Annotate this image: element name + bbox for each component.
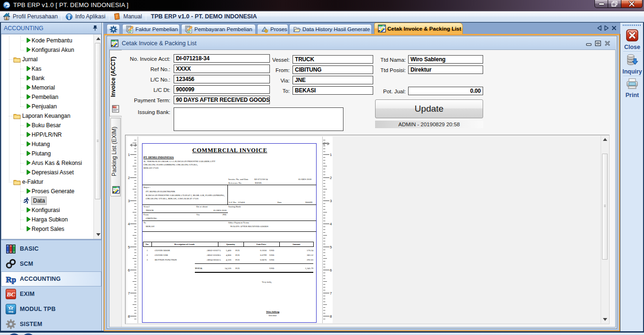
menu-manual[interactable]: Manual (110, 11, 144, 22)
tree-item-bank[interactable]: Bank (1, 74, 93, 83)
module-button-sistem[interactable]: SISTEM (1, 317, 101, 332)
tree-item-arus-kas-rekonsi[interactable]: Arus Kas & Rekonsi (1, 158, 93, 168)
tree-item-label: Pembelian (32, 94, 59, 100)
tab-cetak-invoice-packing-list[interactable]: Cetak Invoice & Packing List (374, 23, 463, 34)
print-preview: 12345678 COMMERCIAL INVOICEPT. DEMO INDO… (125, 135, 610, 324)
printer-icon (626, 78, 638, 90)
tree-item-harga-subkon[interactable]: Harga Subkon (1, 215, 93, 224)
folder-icon (13, 112, 21, 120)
ttd-posisi-input[interactable]: Direktur (408, 65, 483, 74)
tab-scroll-left-icon[interactable] (597, 25, 602, 31)
tab-data-history-hasil-generate[interactable]: Data History Hasil Generate (289, 24, 372, 34)
tree-item-kode-pembantu[interactable]: Kode Pembantu (1, 36, 93, 45)
tree-item-hpp-lr-nr[interactable]: HPP/LR/NR (1, 130, 93, 139)
sidebar-title: ACCOUNTING (4, 25, 43, 32)
margin-handle-icon[interactable] (322, 141, 330, 146)
minimize-button[interactable] (594, 0, 608, 8)
doc-cell-qty: 5,400 (217, 249, 231, 252)
payment-term-input[interactable]: 90 DAYS AFTER RECEIVED GOODS (174, 96, 270, 104)
scroll-up-button[interactable] (94, 35, 101, 42)
doc-opt-label: Other Payment Terms (228, 221, 249, 224)
tree-item-konfigurasi[interactable]: Konfigurasi (1, 205, 93, 215)
pin-icon[interactable] (92, 25, 98, 31)
tree-item-hutang[interactable]: Hutang (1, 139, 93, 149)
maximize-button[interactable] (608, 0, 621, 8)
navigation-tree: Kode PembantuKonfigurasi AkunJurnalKasBa… (1, 34, 101, 239)
via-input[interactable]: JNE (293, 76, 373, 84)
menu-profil-perusahaan[interactable]: Profil Perusahaan (0, 11, 60, 22)
svg-text:4: 4 (330, 222, 332, 226)
module-button-scm[interactable]: SCM (1, 256, 101, 271)
tree-item-label: Buku Besar (32, 122, 61, 129)
pot-jual-input[interactable]: 0.00 (408, 87, 483, 95)
tab-scroll-right-icon[interactable] (604, 25, 609, 31)
scroll-down-button[interactable] (601, 316, 609, 323)
tree-item-buku-besar[interactable]: Buku Besar (1, 121, 93, 130)
inquiry-action-button[interactable]: Inquiry (621, 54, 644, 75)
tree-scrollbar[interactable] (93, 34, 101, 239)
tree-item-penjualan[interactable]: Penjualan (1, 102, 93, 111)
taskbar-app-icon[interactable] (8, 333, 45, 335)
module-button-exim[interactable]: EXIM (1, 286, 101, 302)
bc-icon (6, 289, 16, 299)
child-maximize-icon[interactable] (595, 41, 601, 46)
house-icon (3, 13, 10, 20)
tree-item-depresiasi-asset[interactable]: Depresiasi Asset (1, 168, 93, 177)
scroll-down-button[interactable] (94, 231, 101, 238)
svg-text:1: 1 (128, 153, 130, 157)
module-button-basic[interactable]: BASIC (1, 241, 101, 256)
rupiah-icon (6, 274, 16, 284)
tree-item-kas[interactable]: Kas (1, 64, 93, 74)
tree-item-laporan-keuangan[interactable]: Laporan Keuangan (1, 111, 93, 121)
tree-item-label: Kas (32, 65, 42, 72)
tree-item-konfigurasi-akun[interactable]: Konfigurasi Akun (1, 45, 93, 55)
tree-item-pembelian[interactable]: Pembelian (1, 92, 93, 102)
doc-rule (227, 185, 228, 204)
module-button-accounting[interactable]: ACCOUNTING (1, 271, 101, 286)
doc-title: COMMERCIAL INVOICE (142, 147, 317, 154)
action-label: Print (621, 92, 644, 98)
restore-icon (611, 1, 618, 7)
menu-separator (146, 13, 146, 20)
close-button[interactable] (621, 0, 643, 8)
child-minimize-icon[interactable] (586, 41, 592, 46)
close-action-button[interactable]: Close (621, 29, 644, 50)
doc-buyer-label: Buyer : (143, 186, 151, 189)
scroll-thumb[interactable] (602, 154, 608, 260)
green-arrow-icon (25, 84, 32, 91)
ttd-nama-input[interactable]: Wiro Sableng (408, 55, 483, 64)
tree-item-report-sales[interactable]: Report Sales (1, 224, 93, 234)
tree-item-data[interactable]: Data (1, 196, 93, 205)
gear-icon (6, 319, 16, 329)
payment-term-label: Payment Term: (109, 98, 170, 103)
panel-drag-handle[interactable] (623, 25, 642, 26)
menu-info-aplikasi[interactable]: Info Aplikasi (63, 11, 108, 22)
panel-separator (623, 76, 641, 76)
margin-handle-icon[interactable] (130, 143, 137, 147)
tree-item-proses-generate[interactable]: Proses Generate (1, 187, 93, 196)
print-action-button[interactable]: Print (621, 78, 644, 98)
report-icon (378, 25, 386, 33)
panel-separator (623, 51, 641, 52)
preview-scrollbar[interactable] (601, 136, 609, 323)
tpb-icon (6, 304, 16, 314)
scroll-up-button[interactable] (601, 136, 609, 143)
tab-faktur-pembelian[interactable]: Faktur Pembelian (122, 24, 180, 34)
tab-settings[interactable] (107, 24, 120, 34)
tab-close-icon[interactable] (611, 25, 617, 31)
svg-text:6: 6 (330, 268, 332, 272)
tree-item-memorial[interactable]: Memorial (1, 83, 93, 92)
tree-item-e-faktur[interactable]: e-Faktur (1, 177, 93, 187)
vtab-packing-list-exim[interactable]: Packing List (EXIM) (110, 118, 121, 196)
tree-item-jurnal[interactable]: Jurnal (1, 55, 93, 64)
update-button[interactable]: Update (375, 99, 483, 118)
issuing-bank-input[interactable] (174, 107, 343, 131)
tab-proses[interactable]: Proses (257, 24, 288, 34)
child-close-icon[interactable] (604, 41, 611, 46)
scroll-thumb[interactable] (95, 43, 100, 199)
tree-item-piutang[interactable]: Piutang (1, 149, 93, 158)
module-button-modul-tpb[interactable]: MODUL TPB (1, 302, 101, 317)
doc-cell-unit: PCE (235, 249, 240, 252)
vessel-label: Vessel: (229, 57, 290, 63)
tab-pembayaran-pembelian[interactable]: Pembayaran Pembelian (181, 24, 256, 34)
